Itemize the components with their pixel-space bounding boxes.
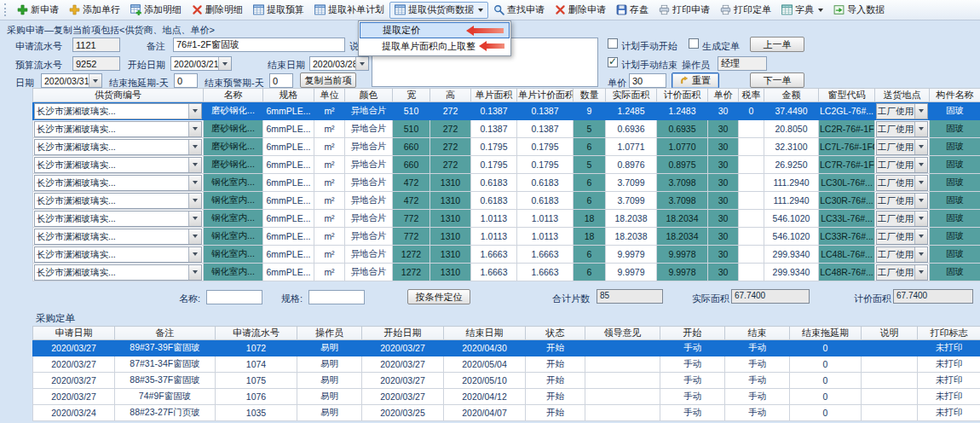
cell-piece-area[interactable]: 1.0113 <box>471 210 517 228</box>
cell-height[interactable]: 1310 <box>430 192 471 210</box>
cell-width[interactable]: 660 <box>393 138 430 156</box>
cell-note[interactable] <box>862 373 918 389</box>
cell-supplier[interactable]: 长沙市潇湘玻璃实... <box>33 228 204 246</box>
cell-piece-priced-area[interactable]: 1.0113 <box>517 228 574 246</box>
cell-priced-area[interactable]: 18.2034 <box>657 210 708 228</box>
cell-piece-area[interactable]: 0.6183 <box>471 192 517 210</box>
cell-height[interactable]: 272 <box>430 102 471 120</box>
table-row[interactable]: 长沙市潇湘玻璃实...钢化室内...6mmPLE...m²异地合片4721310… <box>33 174 980 192</box>
cell-height[interactable]: 1310 <box>430 246 471 264</box>
cell-print-flag[interactable]: 未打印 <box>918 405 980 421</box>
cell-serial-no[interactable]: 1074 <box>216 356 297 373</box>
start-date-select[interactable]: 2020/03/21 <box>170 56 232 71</box>
table-row[interactable]: 2020/03/2788#35-37F窗固玻1075易明2020/03/2720… <box>33 373 980 389</box>
cell-window-code[interactable]: LC2GL-76#... <box>819 102 875 120</box>
chevron-down-icon[interactable] <box>188 140 201 154</box>
print-order-button[interactable]: 打印定单 <box>715 2 776 19</box>
cell-spec[interactable]: 6mmPLE... <box>263 120 314 138</box>
table-row[interactable]: 长沙市潇湘玻璃实...磨砂钢化...6mmPLE...m²异地合片6602720… <box>33 138 980 156</box>
cell-priced-area[interactable]: 1.2483 <box>657 102 708 120</box>
cell-end[interactable]: 手动 <box>725 356 790 373</box>
cell-width[interactable]: 1272 <box>393 246 430 264</box>
cell-name[interactable]: 钢化室内... <box>204 192 263 210</box>
table-row[interactable]: 长沙市潇湘玻璃实...钢化室内...6mmPLE...m²异地合片7721310… <box>33 210 980 228</box>
cell-unit-price[interactable]: 30 <box>708 174 739 192</box>
budget-serial-input[interactable] <box>72 56 120 71</box>
cell-height[interactable]: 1310 <box>430 210 471 228</box>
cell-tax-rate[interactable] <box>739 210 764 228</box>
cell-qty[interactable]: 18 <box>574 210 606 228</box>
cell-start[interactable]: 手动 <box>660 340 725 356</box>
copy-current-item-button[interactable]: 复制当前项 <box>300 72 356 88</box>
cell-piece-priced-area[interactable]: 0.1795 <box>517 156 574 174</box>
cell-piece-area[interactable]: 1.6663 <box>471 246 517 264</box>
cell-window-code[interactable]: LC2R-76#-1F <box>819 120 875 138</box>
cell-start-date[interactable]: 2020/03/27 <box>362 389 444 405</box>
cell-remark[interactable]: 88#35-37F窗固玻 <box>115 373 216 389</box>
chevron-down-icon[interactable] <box>188 122 201 136</box>
chevron-down-icon[interactable] <box>188 194 201 208</box>
menu-item-extract-piece-area-round-up[interactable]: 提取单片面积向上取整 <box>360 38 510 55</box>
generate-order-checkbox[interactable] <box>689 38 699 49</box>
serial-input[interactable] <box>72 38 120 52</box>
cell-name[interactable]: 磨砂钢化... <box>204 120 263 138</box>
cell-color[interactable]: 异地合片 <box>345 228 393 246</box>
cell-priced-area[interactable]: 1.0770 <box>657 138 708 156</box>
cell-actual-area[interactable]: 18.2038 <box>606 210 657 228</box>
cell-name[interactable]: 钢化室内... <box>204 210 263 228</box>
cell-delivery-place[interactable]: 工厂使用 <box>875 156 930 174</box>
chevron-down-icon[interactable] <box>914 104 927 119</box>
cell-status[interactable]: 开始 <box>526 405 585 421</box>
reset-button[interactable]: 重置 <box>672 72 719 89</box>
cell-tax-rate[interactable] <box>739 192 764 210</box>
table-row[interactable]: 长沙市潇湘玻璃实...钢化室内...6mmPLE...m²异地合片1272131… <box>33 264 980 281</box>
cell-unit-price[interactable]: 30 <box>708 102 739 120</box>
cell-name[interactable]: 磨砂钢化... <box>204 102 263 120</box>
cell-tax-rate[interactable] <box>739 174 764 192</box>
filter-name-input[interactable] <box>206 290 262 304</box>
cell-part-name[interactable]: 固玻 <box>930 120 980 138</box>
cell-operator[interactable]: 易明 <box>297 373 362 389</box>
cell-actual-area[interactable]: 3.7099 <box>606 174 657 192</box>
table-row[interactable]: 长沙市潇湘玻璃实...磨砂钢化...6mmPLE...m²异地合片5102720… <box>33 120 980 138</box>
chevron-down-icon[interactable] <box>188 212 201 226</box>
cell-amount[interactable]: 20.8050 <box>764 120 819 138</box>
cell-amount[interactable]: 546.1020 <box>764 210 819 228</box>
cell-unit[interactable]: m² <box>314 210 345 228</box>
cell-spec[interactable]: 6mmPLE... <box>263 264 314 281</box>
cell-end-date[interactable]: 2020/04/07 <box>444 405 526 421</box>
cell-height[interactable]: 1310 <box>430 228 471 246</box>
cell-spec[interactable]: 6mmPLE... <box>263 192 314 210</box>
cell-apply-date[interactable]: 2020/03/24 <box>33 405 115 421</box>
cell-amount[interactable]: 111.2940 <box>764 174 819 192</box>
filter-spec-input[interactable] <box>308 290 365 304</box>
plan-manual-start-checkbox[interactable] <box>608 38 618 49</box>
cell-end-date[interactable]: 2020/05/10 <box>444 373 526 389</box>
cell-operator[interactable]: 易明 <box>297 356 362 373</box>
cell-supplier[interactable]: 长沙市潇湘玻璃实... <box>33 156 204 174</box>
cell-print-flag[interactable]: 未打印 <box>918 356 980 373</box>
cell-actual-area[interactable]: 1.2485 <box>606 102 657 120</box>
cell-actual-area[interactable]: 3.7099 <box>606 192 657 210</box>
cell-qty[interactable]: 6 <box>574 174 606 192</box>
cell-amount[interactable]: 299.9340 <box>764 246 819 264</box>
cell-spec[interactable]: 6mmPLE... <box>263 102 314 120</box>
table-row[interactable]: 2020/03/2774#9F窗固玻1076易明2020/03/272020/0… <box>33 389 980 405</box>
cell-window-code[interactable]: LC33L-76#... <box>819 210 875 228</box>
cell-end[interactable]: 手动 <box>725 405 790 421</box>
save-button[interactable]: 存盘 <box>611 2 654 19</box>
cell-end[interactable]: 手动 <box>725 340 790 356</box>
cell-tax-rate[interactable] <box>739 138 764 156</box>
cell-priced-area[interactable]: 3.7098 <box>657 174 708 192</box>
chevron-down-icon[interactable] <box>188 265 201 280</box>
chevron-down-icon[interactable] <box>914 176 927 190</box>
cell-part-name[interactable]: 固玻 <box>930 210 980 228</box>
cell-actual-area[interactable]: 9.9979 <box>606 264 657 281</box>
cell-start[interactable]: 手动 <box>660 373 725 389</box>
cell-part-name[interactable]: 固玻 <box>930 228 980 246</box>
cell-unit-price[interactable]: 30 <box>708 246 739 264</box>
cell-window-code[interactable]: LC30R-76#... <box>819 192 875 210</box>
end-warn-input[interactable] <box>269 73 293 88</box>
cell-unit-price[interactable]: 30 <box>708 210 739 228</box>
remark-input[interactable] <box>173 38 345 52</box>
